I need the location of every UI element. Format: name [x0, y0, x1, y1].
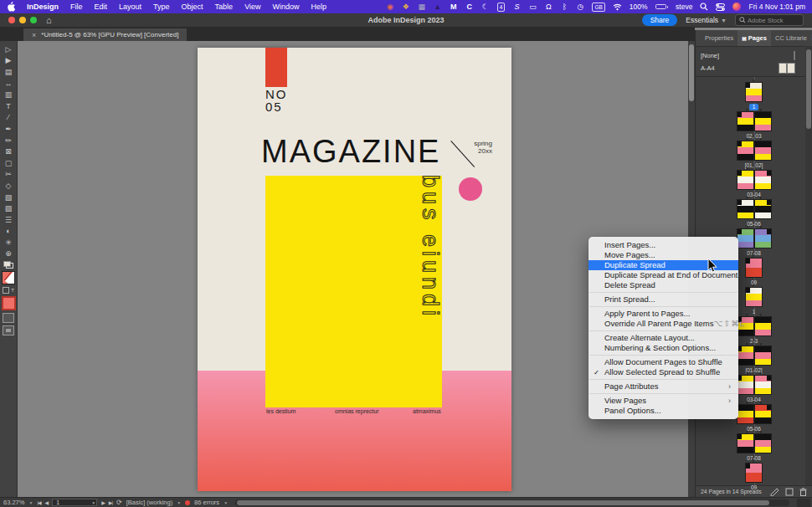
menu-item-object[interactable]: Object — [176, 3, 209, 11]
pages-panel-spread[interactable]: ▾09 — [745, 459, 763, 489]
context-menu-item-allow-document-pages-to-shuffle[interactable]: Allow Document Pages to Shuffle — [588, 357, 738, 367]
frame-tool-icon[interactable]: ⊠ — [1, 146, 17, 157]
zoom-tool-icon[interactable]: ⊕ — [1, 248, 17, 260]
menu-clock[interactable]: Fri 4 Nov 1:01 pm — [748, 3, 805, 11]
preflight-chevron-icon[interactable]: ▼ — [177, 500, 181, 505]
screen-mode-icon[interactable] — [3, 325, 14, 335]
formatting-affects-row[interactable]: T — [3, 287, 14, 294]
pages-panel-spread[interactable]: ▾▾[01, 02] — [737, 137, 772, 166]
dark-app-icon[interactable]: ▲ — [434, 3, 442, 12]
horizontal-scrollbar[interactable] — [235, 499, 789, 506]
context-menu-item-create-alternate-layout[interactable]: Create Alternate Layout... — [588, 333, 738, 343]
preflight-refresh-icon[interactable]: ⟳ — [116, 499, 122, 506]
parent-a4-thumbnail[interactable] — [779, 63, 795, 74]
page-thumbnail-page[interactable] — [737, 170, 754, 190]
parent-none-thumbnail[interactable] — [794, 52, 795, 59]
previous-page-button[interactable]: ◀ — [45, 499, 49, 505]
close-tab-icon[interactable]: × — [32, 31, 36, 39]
page-thumbnail-page[interactable] — [737, 375, 754, 395]
s-app-icon[interactable]: S — [512, 3, 521, 12]
tab-pages[interactable]: ▤Pages — [737, 30, 771, 46]
free-transform-tool-icon[interactable]: ◇ — [1, 180, 17, 192]
create-new-page-icon[interactable] — [785, 488, 794, 496]
workspace-switcher[interactable]: Essentials▼ — [686, 16, 727, 24]
direct-selection-tool-icon[interactable]: ▶ — [1, 55, 17, 67]
page-thumbnail[interactable] — [737, 228, 772, 248]
wifi-icon[interactable] — [613, 3, 622, 12]
note-tool-icon[interactable]: ☰ — [1, 214, 17, 226]
page-thumbnail-page[interactable] — [745, 82, 763, 102]
pages-panel-spread[interactable]: ▾1 — [745, 79, 763, 108]
page-thumbnail[interactable] — [737, 375, 772, 395]
pages-panel-spread[interactable]: ▾▾05-06 — [737, 196, 772, 225]
control-center-icon[interactable] — [716, 3, 725, 12]
document-tab[interactable]: × *Untitled-5 @ 63% [GPU Preview] [Conve… — [23, 28, 187, 41]
type-tool-icon[interactable]: T — [1, 100, 17, 112]
battery-icon[interactable] — [655, 4, 669, 9]
page-thumbnail-page[interactable] — [737, 111, 754, 131]
scrollbar-thumb[interactable] — [689, 44, 694, 101]
page-thumbnail-page[interactable] — [737, 433, 754, 453]
context-menu-item-allow-selected-spread-to-shuffle[interactable]: ✓Allow Selected Spread to Shuffle — [588, 367, 738, 377]
pages-panel-spread[interactable]: ▾1 — [745, 284, 763, 313]
clock-app-icon[interactable]: ◷ — [576, 3, 584, 12]
page-thumbnail-page[interactable] — [754, 111, 772, 131]
pages-panel-spread[interactable]: ▾▾05-06 — [737, 401, 772, 430]
page-number-field[interactable]: ▼ — [52, 499, 97, 506]
page-thumbnail-page[interactable] — [745, 258, 763, 278]
view-options-icon[interactable] — [3, 313, 14, 323]
page-thumbnail-page[interactable] — [745, 463, 763, 483]
share-button[interactable]: Share — [642, 14, 678, 26]
context-menu-item-delete-spread[interactable]: Delete Spread — [588, 280, 738, 290]
minimize-window-button[interactable] — [19, 17, 26, 23]
c-app-icon[interactable]: C — [465, 3, 474, 12]
scrollbar-thumb[interactable] — [806, 49, 811, 129]
menu-item-table[interactable]: Table — [209, 3, 239, 11]
error-count[interactable]: 86 errors — [194, 499, 219, 506]
selection-tool-icon[interactable]: ▷ — [1, 44, 17, 55]
page-field-chevron-icon[interactable]: ▼ — [91, 500, 95, 505]
logged-in-user[interactable]: steve — [676, 3, 692, 11]
page-tool-icon[interactable]: ▤ — [1, 66, 17, 78]
adobe-stock-search[interactable] — [735, 14, 804, 26]
maestral-icon[interactable]: M — [450, 3, 458, 12]
pages-panel-spread[interactable]: ▾▾07-08 — [737, 430, 772, 459]
spotlight-search-icon[interactable] — [700, 3, 708, 12]
apple-logo-icon[interactable] — [7, 3, 16, 12]
panel-scrollbar[interactable] — [805, 46, 812, 485]
page-thumbnail[interactable] — [745, 82, 763, 102]
formatting-container-icon[interactable] — [3, 287, 9, 294]
scissors-tool-icon[interactable]: ✂ — [1, 169, 17, 181]
line-tool-icon[interactable]: ∕ — [1, 112, 17, 124]
home-icon[interactable]: ⌂ — [46, 15, 52, 25]
menu-item-file[interactable]: File — [64, 3, 89, 11]
tab-properties[interactable]: Properties — [701, 30, 737, 46]
pages-panel-spread[interactable]: ▾▾[01-02] — [737, 342, 772, 371]
page-thumbnail[interactable] — [737, 199, 772, 219]
page-thumbnail[interactable] — [745, 258, 763, 278]
gap-tool-icon[interactable]: ↔ — [1, 78, 17, 90]
red-rect-graphic[interactable] — [265, 48, 287, 87]
page-thumbnail[interactable] — [745, 463, 763, 483]
close-window-button[interactable] — [8, 17, 15, 23]
spaces-badge-icon[interactable]: 4 — [497, 3, 506, 12]
menu-item-edit[interactable]: Edit — [89, 3, 114, 11]
context-menu-item-print-spread[interactable]: Print Spread... — [588, 294, 738, 305]
pink-circle-graphic[interactable] — [459, 177, 482, 201]
page-thumbnail[interactable] — [737, 346, 772, 366]
vertical-outline-text[interactable]: bus eiundi — [417, 175, 443, 401]
menu-item-type[interactable]: Type — [147, 3, 176, 11]
hand-tool-icon[interactable]: ✳ — [1, 237, 17, 248]
page-number-input[interactable] — [54, 499, 91, 506]
footer-label[interactable]: atmaximus — [413, 408, 441, 414]
pages-panel-spread[interactable]: ▾▾03-04 — [737, 166, 772, 196]
page-thumbnail[interactable] — [737, 111, 772, 131]
pages-panel-spread[interactable]: ▾09 — [745, 254, 763, 284]
gradient-feather-tool-icon[interactable]: ▨ — [1, 202, 17, 214]
fill-stroke-mini-icon[interactable] — [3, 261, 13, 269]
issue-number-text[interactable]: NO05 — [265, 88, 288, 113]
menu-item-help[interactable]: Help — [306, 3, 333, 11]
menu-item-window[interactable]: Window — [266, 3, 305, 11]
menu-app-name[interactable]: InDesign — [21, 3, 64, 11]
first-page-button[interactable]: |◀ — [37, 499, 40, 505]
